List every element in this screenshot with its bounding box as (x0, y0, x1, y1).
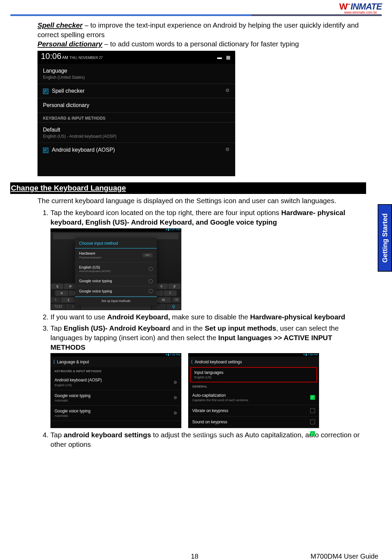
row-default[interactable]: Default English (US) - Android keyboard … (37, 123, 235, 143)
status-time: 7:28 PM (307, 353, 318, 357)
step-3: Tap English (US)- Android Keyboard and i… (50, 323, 365, 428)
logo-url: www.winmate.com.tw (339, 11, 382, 14)
setup-input-methods[interactable]: Set up input methods (75, 297, 157, 305)
checkbox-off-icon[interactable] (310, 408, 315, 413)
back-icon[interactable]: ⟨ (53, 359, 55, 365)
step-2: If you want to use Android Keyboard, mak… (50, 312, 365, 322)
row-language-title: Language (43, 67, 230, 75)
screenshot-language-input: 10:06AMTHU, NOVEMBER 27 ▬ ▦ Language Eng… (37, 51, 235, 176)
settings-sliders-icon[interactable]: ⚙ (174, 395, 177, 400)
checkbox-icon[interactable] (43, 148, 48, 153)
term-spell-checker: Spell checker (37, 21, 82, 29)
checkbox-off-icon[interactable] (310, 420, 315, 424)
screenshot-lang-input-list: ▾▮7:28 PM ⟨Language & input KEYBOARD & I… (50, 353, 181, 428)
logo-inmate: INMATE (350, 1, 382, 12)
status-bar: ▾▮7:28 PM (188, 353, 319, 357)
wifi-icon: ▾ (166, 353, 167, 357)
row-spell-title: Spell checker (52, 88, 85, 94)
category-kbim: KEYBOARD & INPUT METHODS (37, 113, 235, 123)
row-sound[interactable]: Sound on keypress (188, 417, 319, 428)
row-default-title: Default (43, 126, 230, 134)
clock-date: THU, NOVEMBER 27 (70, 56, 103, 60)
intro-personal-dict: Personal dictionary – to add custom word… (37, 39, 365, 49)
checkbox-on-icon[interactable] (310, 431, 315, 436)
row-spell-checker[interactable]: Spell checker ⚙ (37, 84, 235, 99)
page-number: 18 (191, 553, 198, 560)
row-akb-title: Android keyboard (AOSP) (52, 147, 115, 153)
battery-icon: ▮ (168, 353, 169, 357)
settings-sliders-icon[interactable]: ⚙ (174, 410, 177, 416)
status-bar: 10:06AMTHU, NOVEMBER 27 ▬ ▦ (37, 51, 235, 64)
status-time: 7:07 PM (170, 228, 180, 232)
radio-icon[interactable] (149, 279, 153, 283)
screen-header: ⟨Android keyboard settings (188, 357, 319, 367)
status-bar: ▾▮7:28 PM (50, 353, 181, 357)
steps-list: Tap the keyboard icon located on the top… (37, 208, 365, 449)
row-vibrate[interactable]: Vibrate on keypress (188, 405, 319, 417)
guide-title: M700DM4 User Guide (311, 553, 378, 560)
section-intro: The current keyboard language is display… (37, 196, 365, 206)
side-tab-getting-started: Getting Started (378, 204, 392, 272)
term-personal-dictionary: Personal dictionary (37, 40, 102, 48)
row-gvt-2[interactable]: Google voice typingAutomatic⚙ (50, 406, 181, 421)
screenshot-choose-input: ▾▮7:07 PM qwertyuiop asdfghjkl ⇧zxcvbnm⌫… (50, 228, 181, 310)
row-language[interactable]: Language English (United States) (37, 64, 235, 84)
row-default-sub: English (US) - Android keyboard (AOSP) (43, 134, 230, 139)
clock-time: 10:06 (41, 51, 61, 61)
wifi-icon: ▾ (303, 353, 305, 357)
radio-icon[interactable] (149, 267, 153, 271)
row-auto-cap[interactable]: Auto-capitalizationCapitalize the first … (188, 390, 319, 405)
row-language-sub: English (United States) (43, 75, 230, 80)
logo-dots: ••• (347, 2, 351, 6)
row-input-languages[interactable]: Input languagesEnglish (US) (191, 368, 316, 381)
row-hardware[interactable]: HardwarePhysical keyboardOFF (75, 248, 157, 262)
status-time: 7:28 PM (170, 353, 180, 357)
highlight-box: Input languagesEnglish (US) (190, 367, 317, 382)
wifi-icon: ▾ (166, 228, 167, 232)
screenshot-keyboard-settings: ▾▮7:28 PM ⟨Android keyboard settings Inp… (188, 353, 319, 428)
status-bar: ▾▮7:07 PM (50, 228, 181, 232)
category-general: GENERAL (188, 382, 319, 390)
row-gvt-1[interactable]: Google voice typingAutomatic⚙ (50, 390, 181, 406)
checkbox-on-icon[interactable] (310, 395, 315, 400)
battery-icon: ▮ (168, 228, 169, 232)
radio-icon[interactable] (149, 289, 153, 293)
settings-sliders-icon[interactable]: ⚙ (174, 380, 177, 385)
dialog-choose-input: Choose input method HardwarePhysical key… (75, 238, 157, 305)
row-english-us[interactable]: English (US)Android keyboard (AOSP) (75, 262, 157, 276)
header-rule (10, 14, 382, 16)
toggle-off[interactable]: OFF (142, 253, 153, 257)
settings-sliders-icon[interactable]: ⚙ (225, 146, 230, 153)
row-pdict-title: Personal dictionary (43, 102, 230, 109)
row-popup[interactable]: Popup on keypress (188, 428, 319, 439)
row-personal-dict[interactable]: Personal dictionary (37, 98, 235, 113)
category-kbim: KEYBOARD & INPUT METHODS (50, 367, 181, 375)
dialog-title: Choose input method (75, 238, 157, 248)
row-android-keyboard[interactable]: Android keyboard (AOSP) ⚙ (37, 143, 235, 157)
checkbox-icon[interactable] (43, 89, 48, 94)
clock-ampm: AM (62, 55, 68, 60)
row-google-voice-1[interactable]: Google voice typing (75, 276, 157, 286)
status-icons: ▬ ▦ (217, 54, 232, 61)
intro-spellchecker: Spell checker – to improve the text-inpu… (37, 20, 365, 39)
row-google-voice-2[interactable]: Google voice typing (75, 286, 157, 297)
settings-sliders-icon[interactable]: ⚙ (225, 87, 230, 94)
brand-logo: W•••INMATE www.winmate.com.tw (339, 1, 382, 14)
section-heading: Change the Keyboard Language (10, 182, 366, 194)
row-aosp[interactable]: Android keyboard (AOSP)English (US)⚙ (50, 375, 181, 390)
battery-icon: ▮ (305, 353, 307, 357)
back-icon[interactable]: ⟨ (191, 359, 193, 365)
screen-header: ⟨Language & input (50, 357, 181, 367)
step-1: Tap the keyboard icon located on the top… (50, 208, 365, 310)
logo-w: W (339, 1, 347, 12)
